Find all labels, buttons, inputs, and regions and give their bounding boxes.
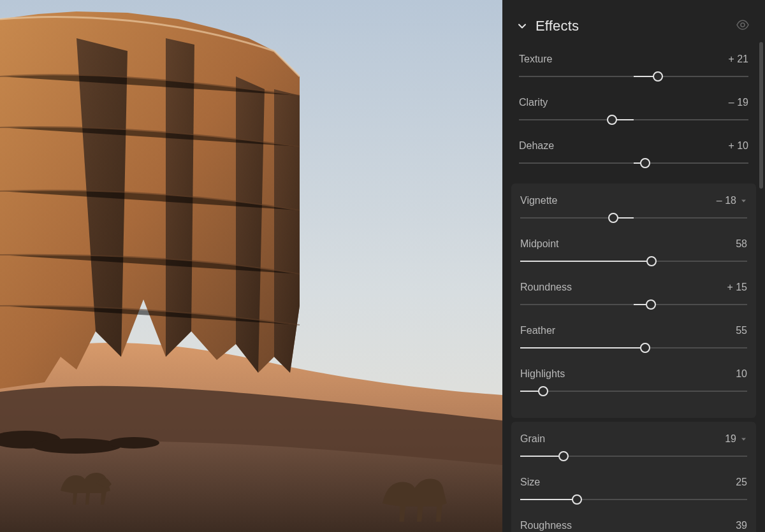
roughness-label: Roughness bbox=[520, 520, 572, 531]
roughness-value[interactable]: 39 bbox=[736, 520, 747, 531]
size-thumb[interactable] bbox=[572, 494, 582, 505]
chevron-down-icon bbox=[518, 22, 527, 31]
texture-label: Texture bbox=[519, 54, 552, 65]
svg-point-3 bbox=[108, 437, 159, 449]
midpoint-slider: Midpoint58 bbox=[518, 234, 750, 278]
svg-point-4 bbox=[741, 23, 745, 27]
highlights-label: Highlights bbox=[520, 368, 565, 380]
highlights-slider: Highlights10 bbox=[518, 364, 750, 408]
midpoint-value[interactable]: 58 bbox=[736, 238, 747, 250]
dehaze-thumb[interactable] bbox=[640, 158, 650, 168]
size-label: Size bbox=[520, 477, 540, 488]
panel-title: Effects bbox=[536, 18, 579, 34]
effects-panel-header[interactable]: Effects bbox=[502, 11, 765, 50]
highlights-thumb[interactable] bbox=[538, 386, 548, 396]
svg-point-2 bbox=[32, 438, 121, 454]
midpoint-track[interactable] bbox=[520, 256, 747, 266]
feather-slider: Feather55 bbox=[518, 321, 750, 364]
dehaze-value[interactable]: + 10 bbox=[728, 140, 748, 152]
clarity-value[interactable]: – 19 bbox=[729, 97, 748, 108]
clarity-slider: Clarity– 19 bbox=[516, 93, 751, 136]
caret-down-icon[interactable] bbox=[740, 198, 747, 205]
clarity-label: Clarity bbox=[519, 97, 548, 108]
grain-thumb[interactable] bbox=[558, 451, 569, 461]
dehaze-label: Dehaze bbox=[519, 140, 554, 152]
size-slider: Size25 bbox=[518, 473, 750, 516]
effects-panel: Effects Texture+ 21Clarity– 19Dehaze+ 10… bbox=[502, 0, 765, 532]
dehaze-track[interactable] bbox=[519, 158, 748, 168]
roundness-value[interactable]: + 15 bbox=[727, 282, 747, 293]
midpoint-thumb[interactable] bbox=[646, 256, 657, 266]
roundness-slider: Roundness+ 15 bbox=[518, 278, 750, 321]
feather-label: Feather bbox=[520, 325, 555, 336]
feather-track[interactable] bbox=[520, 343, 747, 353]
caret-down-icon[interactable] bbox=[740, 436, 747, 443]
vignette-track[interactable] bbox=[520, 213, 747, 223]
grain-label: Grain bbox=[520, 433, 545, 445]
feather-value[interactable]: 55 bbox=[736, 325, 747, 336]
midpoint-label: Midpoint bbox=[520, 238, 558, 250]
grain-slider: Grain19 bbox=[518, 429, 750, 473]
highlights-value[interactable]: 10 bbox=[736, 368, 747, 380]
vignette-label: Vignette bbox=[520, 195, 557, 206]
size-track[interactable] bbox=[520, 494, 747, 505]
clarity-track[interactable] bbox=[519, 115, 748, 125]
scrollbar-thumb[interactable] bbox=[759, 42, 763, 189]
texture-slider: Texture+ 21 bbox=[516, 50, 751, 93]
grain-track[interactable] bbox=[520, 451, 747, 461]
vignette-slider: Vignette– 18 bbox=[518, 191, 750, 234]
image-canvas[interactable] bbox=[0, 0, 502, 532]
visibility-toggle-icon[interactable] bbox=[736, 18, 750, 34]
roughness-slider: Roughness39 bbox=[518, 516, 750, 532]
roundness-thumb[interactable] bbox=[646, 299, 656, 310]
texture-thumb[interactable] bbox=[653, 71, 663, 82]
vignette-thumb[interactable] bbox=[608, 213, 618, 223]
texture-track[interactable] bbox=[519, 71, 748, 82]
size-value[interactable]: 25 bbox=[736, 477, 747, 488]
roundness-label: Roundness bbox=[520, 282, 572, 293]
roundness-track[interactable] bbox=[520, 299, 747, 310]
feather-thumb[interactable] bbox=[640, 343, 650, 353]
vignette-value[interactable]: – 18 bbox=[717, 195, 747, 206]
grain-value[interactable]: 19 bbox=[725, 433, 747, 445]
clarity-thumb[interactable] bbox=[607, 115, 617, 125]
texture-value[interactable]: + 21 bbox=[728, 54, 748, 65]
highlights-track[interactable] bbox=[520, 386, 747, 396]
dehaze-slider: Dehaze+ 10 bbox=[516, 136, 751, 180]
